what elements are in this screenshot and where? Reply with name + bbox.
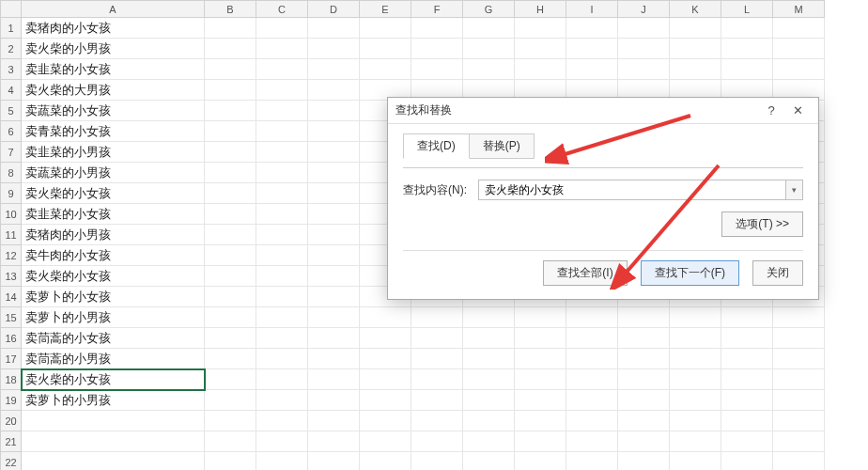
cell[interactable] <box>308 101 360 121</box>
cell[interactable] <box>256 328 308 349</box>
cell[interactable] <box>308 245 360 266</box>
cell[interactable] <box>670 369 721 390</box>
cell[interactable] <box>256 121 308 142</box>
cell[interactable] <box>773 431 825 452</box>
cell[interactable] <box>205 369 256 390</box>
cell[interactable] <box>411 390 463 411</box>
cell[interactable] <box>721 59 773 80</box>
cell[interactable] <box>360 349 411 369</box>
cell[interactable] <box>566 307 618 328</box>
cell[interactable] <box>256 431 308 452</box>
cell[interactable] <box>566 328 618 349</box>
column-header[interactable]: F <box>411 1 463 18</box>
cell[interactable]: 卖青菜的小女孩 <box>22 121 205 142</box>
close-button[interactable]: 关闭 <box>752 260 803 286</box>
cell[interactable] <box>308 39 360 59</box>
cell[interactable] <box>411 411 463 431</box>
cell[interactable] <box>256 80 308 101</box>
column-header[interactable]: C <box>256 1 308 18</box>
cell[interactable] <box>566 18 618 39</box>
cell[interactable] <box>463 18 515 39</box>
cell[interactable] <box>463 369 515 390</box>
cell[interactable] <box>360 307 411 328</box>
cell[interactable] <box>773 452 825 471</box>
row-header[interactable]: 12 <box>1 245 22 266</box>
cell[interactable]: 卖火柴的小女孩 <box>22 266 205 287</box>
cell[interactable] <box>773 307 825 328</box>
tab-replace[interactable]: 替换(P) <box>469 133 535 159</box>
dialog-titlebar[interactable]: 查找和替换 ? ✕ <box>388 98 818 124</box>
cell[interactable] <box>411 349 463 369</box>
cell[interactable] <box>566 349 618 369</box>
cell[interactable] <box>256 245 308 266</box>
cell[interactable]: 卖猪肉的小男孩 <box>22 225 205 245</box>
cell[interactable]: 卖韭菜的小男孩 <box>22 142 205 163</box>
row-header[interactable]: 18 <box>1 369 22 390</box>
cell[interactable]: 卖蔬菜的小女孩 <box>22 101 205 121</box>
cell[interactable] <box>463 59 515 80</box>
cell[interactable] <box>308 225 360 245</box>
cell[interactable] <box>205 59 256 80</box>
cell[interactable] <box>721 369 773 390</box>
row-header[interactable]: 15 <box>1 307 22 328</box>
cell[interactable] <box>411 328 463 349</box>
cell[interactable]: 卖韭菜的小女孩 <box>22 204 205 225</box>
column-header[interactable]: H <box>515 1 566 18</box>
cell[interactable] <box>205 287 256 307</box>
cell[interactable] <box>618 411 670 431</box>
cell[interactable] <box>773 349 825 369</box>
cell[interactable] <box>721 452 773 471</box>
cell[interactable] <box>670 307 721 328</box>
help-icon[interactable]: ? <box>758 101 784 121</box>
cell[interactable] <box>205 101 256 121</box>
row-header[interactable]: 4 <box>1 80 22 101</box>
cell[interactable] <box>22 452 205 471</box>
cell[interactable]: 卖火柴的小女孩 <box>22 369 205 390</box>
cell[interactable] <box>360 452 411 471</box>
row-header[interactable]: 13 <box>1 266 22 287</box>
cell[interactable] <box>411 307 463 328</box>
column-header[interactable]: D <box>308 1 360 18</box>
cell[interactable] <box>670 452 721 471</box>
row-header[interactable]: 1 <box>1 18 22 39</box>
cell[interactable] <box>308 59 360 80</box>
find-next-button[interactable]: 查找下一个(F) <box>641 260 739 286</box>
cell[interactable] <box>205 121 256 142</box>
cell[interactable] <box>618 390 670 411</box>
cell[interactable] <box>256 452 308 471</box>
cell[interactable] <box>205 225 256 245</box>
cell[interactable] <box>515 349 566 369</box>
cell[interactable] <box>308 287 360 307</box>
cell[interactable] <box>566 39 618 59</box>
row-header[interactable]: 19 <box>1 390 22 411</box>
cell[interactable] <box>308 390 360 411</box>
row-header[interactable]: 14 <box>1 287 22 307</box>
cell[interactable] <box>515 452 566 471</box>
cell[interactable] <box>360 59 411 80</box>
cell[interactable]: 卖萝卜的小男孩 <box>22 307 205 328</box>
cell[interactable] <box>670 59 721 80</box>
cell[interactable] <box>22 431 205 452</box>
cell[interactable] <box>721 431 773 452</box>
cell[interactable] <box>618 39 670 59</box>
cell[interactable] <box>515 59 566 80</box>
cell[interactable] <box>256 225 308 245</box>
cell[interactable] <box>670 390 721 411</box>
cell[interactable] <box>360 18 411 39</box>
cell[interactable] <box>721 349 773 369</box>
cell[interactable] <box>256 411 308 431</box>
cell[interactable] <box>618 369 670 390</box>
cell[interactable] <box>205 183 256 204</box>
cell[interactable] <box>205 349 256 369</box>
cell[interactable] <box>205 204 256 225</box>
cell[interactable] <box>411 369 463 390</box>
cell[interactable] <box>205 18 256 39</box>
cell[interactable] <box>256 287 308 307</box>
cell[interactable]: 卖韭菜的小女孩 <box>22 59 205 80</box>
cell[interactable] <box>308 163 360 183</box>
cell[interactable] <box>308 369 360 390</box>
cell[interactable] <box>256 307 308 328</box>
cell[interactable] <box>360 411 411 431</box>
cell[interactable]: 卖猪肉的小女孩 <box>22 18 205 39</box>
cell[interactable] <box>773 369 825 390</box>
